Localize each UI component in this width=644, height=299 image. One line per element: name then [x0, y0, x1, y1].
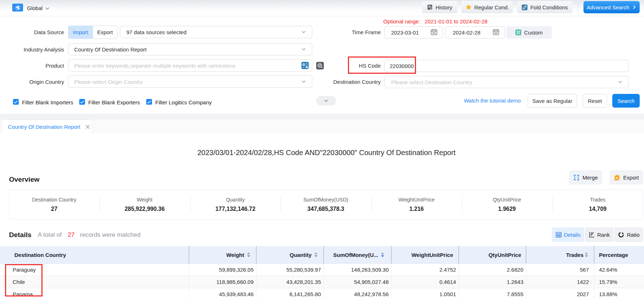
svg-text:A: A	[305, 65, 308, 69]
